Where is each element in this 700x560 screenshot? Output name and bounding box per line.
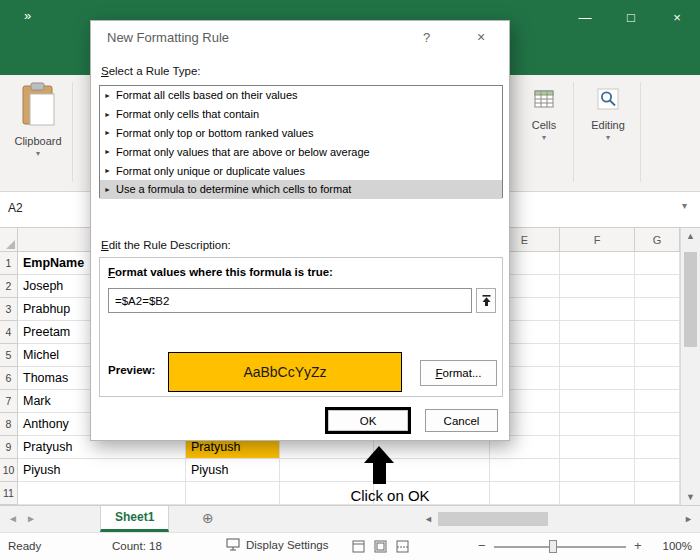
cell-e[interactable] <box>490 459 560 482</box>
ok-button[interactable]: OK <box>328 410 408 431</box>
scroll-left-icon[interactable]: ◄ <box>424 514 433 524</box>
select-all-corner[interactable] <box>0 228 18 252</box>
collapse-dialog-button[interactable] <box>476 288 496 313</box>
zoom-out-icon[interactable]: − <box>478 538 486 553</box>
help-icon[interactable]: ? <box>423 30 430 45</box>
arrow-right-icon: ► <box>104 92 111 99</box>
cell-c[interactable] <box>280 459 374 482</box>
cell-g[interactable] <box>635 321 680 344</box>
row-header[interactable]: 1 <box>0 252 18 275</box>
annotation-caption: Click on OK <box>334 487 446 504</box>
rule-type-option[interactable]: ► Format only cells that contain <box>100 105 502 124</box>
ok-button-highlight-box: OK <box>325 407 411 434</box>
cell-f[interactable] <box>560 436 635 459</box>
rule-type-option[interactable]: ► Format all cells based on their values <box>100 86 502 105</box>
cell-g[interactable] <box>635 436 680 459</box>
quick-access-overflow-icon[interactable]: » <box>24 8 31 23</box>
minimize-icon[interactable]: — <box>562 0 608 35</box>
cell-f[interactable] <box>560 482 635 505</box>
normal-view-icon[interactable] <box>352 540 365 553</box>
cell-f[interactable] <box>560 344 635 367</box>
rule-type-option[interactable]: ► Format only top or bottom ranked value… <box>100 124 502 143</box>
scroll-down-icon[interactable]: ▼ <box>681 492 700 502</box>
cells-group[interactable]: Cells ▾ <box>518 88 570 142</box>
cell-f[interactable] <box>560 252 635 275</box>
row-header[interactable]: 8 <box>0 413 18 436</box>
cell-f[interactable] <box>560 390 635 413</box>
cell-g[interactable] <box>635 367 680 390</box>
vertical-scrollbar[interactable]: ▲ ▼ <box>680 228 700 505</box>
chevron-down-icon[interactable]: ▾ <box>518 133 570 142</box>
cell-b[interactable] <box>186 482 280 505</box>
rule-type-label: Format only values that are above or bel… <box>116 146 370 158</box>
window-controls: — □ × <box>562 0 700 35</box>
rule-type-label: Use a formula to determine which cells t… <box>116 183 351 195</box>
clipboard-icon <box>20 82 56 126</box>
zoom-slider-thumb[interactable] <box>549 540 557 553</box>
clipboard-group[interactable]: Clipboard ▾ <box>8 82 68 158</box>
rule-type-option[interactable]: ► Format only unique or duplicate values <box>100 161 502 180</box>
cell-f[interactable] <box>560 367 635 390</box>
cell-g[interactable] <box>635 459 680 482</box>
zoom-level[interactable]: 100% <box>650 540 692 552</box>
row-header[interactable]: 4 <box>0 321 18 344</box>
formula-bar-expand-icon[interactable]: ▾ <box>682 200 687 211</box>
formula-input[interactable] <box>108 288 472 313</box>
cell-f[interactable] <box>560 459 635 482</box>
chevron-down-icon[interactable]: ▾ <box>580 133 636 142</box>
zoom-slider[interactable] <box>494 546 626 548</box>
dialog-title: New Formatting Rule <box>107 30 229 45</box>
cell-a[interactable] <box>18 482 186 505</box>
sheet-nav-left-icon[interactable]: ◄ <box>8 513 18 524</box>
cell-g[interactable] <box>635 413 680 436</box>
name-box[interactable]: A2 <box>8 201 23 215</box>
cell-b[interactable]: Piyush <box>186 459 280 482</box>
cell-g[interactable] <box>635 252 680 275</box>
editing-group[interactable]: Editing ▾ <box>580 88 636 142</box>
rule-type-option-selected[interactable]: ► Use a formula to determine which cells… <box>100 180 502 199</box>
zoom-in-icon[interactable]: + <box>634 538 642 553</box>
sheet-nav-right-icon[interactable]: ► <box>26 513 36 524</box>
edit-rule-description-label: Edit the Rule Description: <box>101 239 231 251</box>
maximize-icon[interactable]: □ <box>608 0 654 35</box>
page-layout-view-icon[interactable] <box>374 540 387 553</box>
row-header[interactable]: 11 <box>0 482 18 505</box>
dialog-close-icon[interactable]: × <box>477 29 485 45</box>
cell-f[interactable] <box>560 413 635 436</box>
cell-f[interactable] <box>560 298 635 321</box>
cell-g[interactable] <box>635 275 680 298</box>
cell-e[interactable] <box>490 482 560 505</box>
row-header[interactable]: 7 <box>0 390 18 413</box>
close-icon[interactable]: × <box>654 0 700 35</box>
row-header[interactable]: 3 <box>0 298 18 321</box>
new-sheet-icon[interactable]: ⊕ <box>202 510 214 526</box>
editing-group-label: Editing <box>580 119 636 131</box>
cell-g[interactable] <box>635 390 680 413</box>
row-header[interactable]: 2 <box>0 275 18 298</box>
rule-type-option[interactable]: ► Format only values that are above or b… <box>100 142 502 161</box>
cell-f[interactable] <box>560 275 635 298</box>
vertical-scroll-thumb[interactable] <box>684 252 697 347</box>
format-button[interactable]: Format... <box>420 360 497 386</box>
page-break-view-icon[interactable] <box>396 540 409 553</box>
row-header[interactable]: 6 <box>0 367 18 390</box>
cell-a[interactable]: Piyush <box>18 459 186 482</box>
scroll-right-icon[interactable]: ► <box>684 514 693 524</box>
sheet-tab-sheet1[interactable]: Sheet1 <box>100 506 169 532</box>
chevron-down-icon[interactable]: ▾ <box>8 149 68 158</box>
row-header[interactable]: 9 <box>0 436 18 459</box>
cell-g[interactable] <box>635 298 680 321</box>
cell-f[interactable] <box>560 321 635 344</box>
scroll-up-icon[interactable]: ▲ <box>681 231 700 241</box>
rule-type-label: Format only unique or duplicate values <box>116 165 305 177</box>
rule-type-label: Format only top or bottom ranked values <box>116 127 313 139</box>
row-header[interactable]: 10 <box>0 459 18 482</box>
row-header[interactable]: 5 <box>0 344 18 367</box>
horizontal-scroll-thumb[interactable] <box>438 512 548 526</box>
column-header[interactable]: G <box>635 228 680 252</box>
column-header[interactable]: F <box>560 228 635 252</box>
cell-g[interactable] <box>635 482 680 505</box>
cell-g[interactable] <box>635 344 680 367</box>
cancel-button[interactable]: Cancel <box>425 409 498 432</box>
display-settings-button[interactable]: Display Settings <box>226 538 328 551</box>
